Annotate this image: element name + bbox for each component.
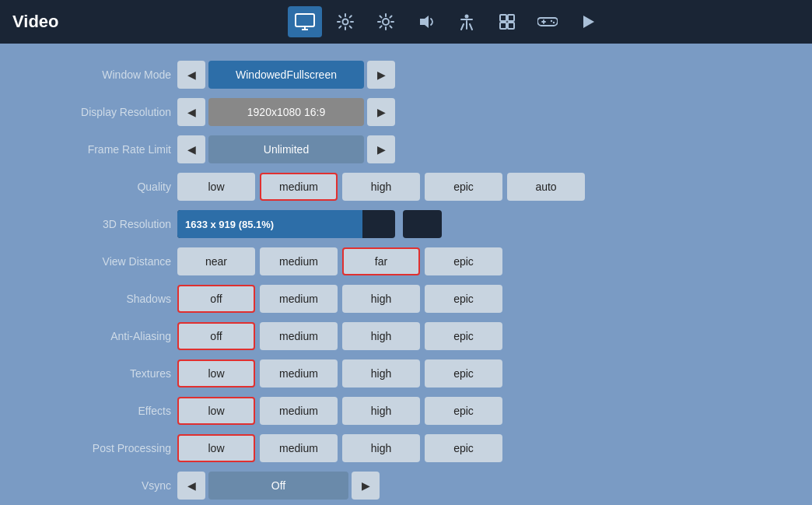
svg-line-12 xyxy=(380,26,381,27)
effects-choices: low medium high epic xyxy=(177,397,502,425)
shadows-choices: off medium high epic xyxy=(177,285,502,313)
effects-row: Effects low medium high epic xyxy=(31,395,781,426)
view-distance-row: View Distance near medium far epic xyxy=(31,246,781,277)
shadows-epic[interactable]: epic xyxy=(425,285,502,313)
svg-point-3 xyxy=(342,19,348,25)
quality-choices: low medium high epic auto xyxy=(177,173,585,201)
shadows-high[interactable]: high xyxy=(342,285,420,313)
view-distance-epic[interactable]: epic xyxy=(425,247,502,275)
frame-rate-prev[interactable]: ◀ xyxy=(177,135,205,163)
textures-epic[interactable]: epic xyxy=(425,359,502,388)
post-processing-choices: low medium high epic xyxy=(177,434,502,462)
resolution-3d-control: 1633 x 919 (85.1%) xyxy=(177,210,442,238)
header: Video xyxy=(0,0,812,44)
svg-point-4 xyxy=(383,19,389,25)
textures-high[interactable]: high xyxy=(342,359,420,388)
view-distance-medium[interactable]: medium xyxy=(260,247,338,275)
resolution-bar-fill: 1633 x 919 (85.1%) xyxy=(177,210,362,238)
effects-epic[interactable]: epic xyxy=(425,397,502,425)
nav-grid-icon[interactable] xyxy=(490,6,524,37)
nav-accessibility-icon[interactable] xyxy=(450,6,484,37)
main-content: Window Mode ◀ WindowedFullscreen ▶ Displ… xyxy=(0,44,812,505)
nav-icons-container xyxy=(93,6,800,37)
textures-row: Textures low medium high epic xyxy=(31,358,781,389)
view-distance-choices: near medium far epic xyxy=(177,247,502,275)
resolution-3d-row: 3D Resolution 1633 x 919 (85.1%) xyxy=(31,209,781,240)
quality-label: Quality xyxy=(31,181,171,193)
effects-high[interactable]: high xyxy=(342,397,420,425)
svg-rect-18 xyxy=(508,23,514,29)
frame-rate-value: Unlimited xyxy=(208,135,364,163)
nav-sound-icon[interactable] xyxy=(409,6,443,37)
svg-line-11 xyxy=(390,16,391,18)
window-mode-label: Window Mode xyxy=(31,68,171,81)
anti-aliasing-choices: off medium high epic xyxy=(177,322,502,350)
effects-medium[interactable]: medium xyxy=(260,397,338,425)
window-mode-value: WindowedFullscreen xyxy=(208,61,364,89)
vsync-control: ◀ Off ▶ xyxy=(177,472,380,500)
display-resolution-next[interactable]: ▶ xyxy=(367,98,395,126)
display-resolution-value: 1920x1080 16:9 xyxy=(208,98,364,126)
resolution-bar-track[interactable]: 1633 x 919 (85.1%) xyxy=(177,210,395,238)
post-processing-medium[interactable]: medium xyxy=(260,434,338,462)
textures-low[interactable]: low xyxy=(177,359,255,388)
textures-medium[interactable]: medium xyxy=(260,359,338,388)
post-processing-epic[interactable]: epic xyxy=(425,434,502,462)
svg-point-14 xyxy=(464,15,468,19)
page-title: Video xyxy=(12,12,59,32)
anti-aliasing-off[interactable]: off xyxy=(177,322,255,350)
textures-label: Textures xyxy=(31,367,171,380)
window-mode-control: ◀ WindowedFullscreen ▶ xyxy=(177,61,395,89)
quality-auto[interactable]: auto xyxy=(507,173,585,201)
quality-epic[interactable]: epic xyxy=(425,173,502,201)
svg-rect-0 xyxy=(296,14,314,26)
quality-row: Quality low medium high epic auto xyxy=(31,171,781,202)
svg-rect-15 xyxy=(500,15,506,21)
quality-high[interactable]: high xyxy=(342,173,420,201)
resolution-3d-label: 3D Resolution xyxy=(31,218,171,230)
view-distance-label: View Distance xyxy=(31,255,171,268)
anti-aliasing-row: Anti-Aliasing off medium high epic xyxy=(31,321,781,352)
effects-low[interactable]: low xyxy=(177,397,255,425)
nav-monitor-icon[interactable] xyxy=(288,6,322,37)
resolution-black-box xyxy=(403,210,442,238)
shadows-medium[interactable]: medium xyxy=(260,285,338,313)
post-processing-row: Post Processing low medium high epic xyxy=(31,433,781,464)
svg-rect-16 xyxy=(508,15,514,21)
view-distance-far[interactable]: far xyxy=(342,247,420,275)
svg-rect-17 xyxy=(500,23,506,29)
vsync-next[interactable]: ▶ xyxy=(352,472,380,500)
vsync-row: Vsync ◀ Off ▶ xyxy=(31,470,781,501)
nav-gamepad-icon[interactable] xyxy=(530,6,565,37)
shadows-row: Shadows off medium high epic xyxy=(31,283,781,314)
vsync-prev[interactable]: ◀ xyxy=(177,472,205,500)
frame-rate-row: Frame Rate Limit ◀ Unlimited ▶ xyxy=(31,134,781,165)
shadows-off[interactable]: off xyxy=(177,285,255,313)
frame-rate-next[interactable]: ▶ xyxy=(367,135,395,163)
display-resolution-prev[interactable]: ◀ xyxy=(177,98,205,126)
post-processing-low[interactable]: low xyxy=(177,434,255,462)
vsync-label: Vsync xyxy=(31,479,171,492)
nav-brightness-icon[interactable] xyxy=(369,6,403,37)
anti-aliasing-label: Anti-Aliasing xyxy=(31,330,171,342)
svg-marker-23 xyxy=(583,16,594,28)
display-resolution-label: Display Resolution xyxy=(31,106,171,118)
nav-play-icon[interactable] xyxy=(571,6,605,37)
quality-low[interactable]: low xyxy=(177,173,255,201)
svg-point-22 xyxy=(553,22,555,23)
view-distance-near[interactable]: near xyxy=(177,247,255,275)
post-processing-high[interactable]: high xyxy=(342,434,420,462)
nav-gear-icon[interactable] xyxy=(328,6,362,37)
window-mode-next[interactable]: ▶ xyxy=(367,61,395,89)
window-mode-prev[interactable]: ◀ xyxy=(177,61,205,89)
frame-rate-label: Frame Rate Limit xyxy=(31,143,171,156)
anti-aliasing-epic[interactable]: epic xyxy=(425,322,502,350)
textures-choices: low medium high epic xyxy=(177,359,502,388)
anti-aliasing-medium[interactable]: medium xyxy=(260,322,338,350)
frame-rate-control: ◀ Unlimited ▶ xyxy=(177,135,395,163)
svg-line-10 xyxy=(390,26,391,27)
anti-aliasing-high[interactable]: high xyxy=(342,322,420,350)
quality-medium[interactable]: medium xyxy=(260,173,338,201)
post-processing-label: Post Processing xyxy=(31,442,171,454)
display-resolution-row: Display Resolution ◀ 1920x1080 16:9 ▶ xyxy=(31,96,781,128)
